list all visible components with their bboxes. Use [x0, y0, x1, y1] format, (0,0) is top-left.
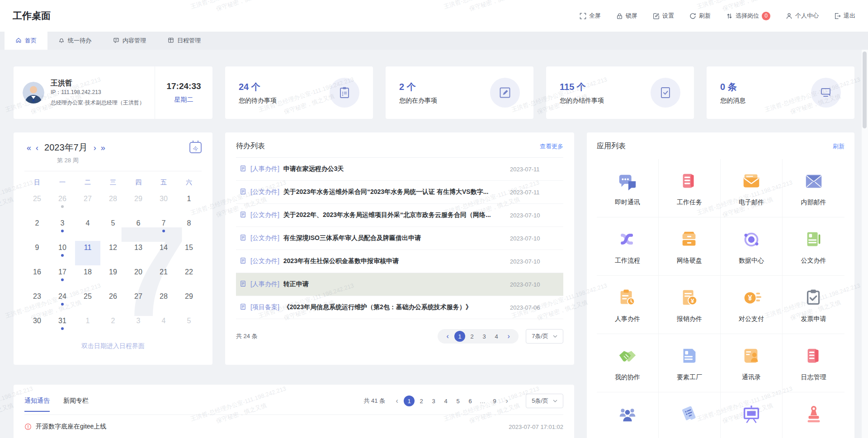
app-payment[interactable]: ¥对公支付: [721, 276, 783, 334]
calendar-day[interactable]: 25: [75, 290, 100, 314]
calendar-day[interactable]: 20: [126, 265, 151, 290]
calendar-day[interactable]: 19: [100, 265, 126, 290]
today-button[interactable]: 今: [189, 142, 202, 153]
app-netdisk[interactable]: 网络硬盘: [659, 217, 721, 276]
prev-month-button[interactable]: ‹: [33, 144, 41, 152]
todo-item[interactable]: [公文办件]关于2022年、2023年水务局运维项目外采“北京市政务云服务合同（…: [236, 204, 563, 227]
app-stamp[interactable]: [783, 392, 844, 438]
next-page-button[interactable]: ›: [503, 331, 514, 342]
calendar-day[interactable]: 26: [100, 290, 126, 314]
app-official-doc[interactable]: 公文办件: [783, 217, 844, 276]
refresh-button[interactable]: 刷新: [689, 12, 711, 20]
prev-page-button[interactable]: ‹: [392, 396, 402, 406]
calendar-day[interactable]: 3: [50, 217, 75, 241]
calendar-day[interactable]: 15: [176, 241, 202, 265]
tab-notifications[interactable]: 通知通告: [24, 397, 50, 405]
app-invoice[interactable]: 发票申请: [783, 276, 844, 334]
app-im[interactable]: 即时通讯: [597, 159, 659, 217]
app-doc-list[interactable]: [659, 392, 721, 438]
calendar-day[interactable]: 27: [126, 290, 151, 314]
fullscreen-button[interactable]: 全屏: [580, 12, 601, 20]
tab-home[interactable]: 首页: [5, 32, 47, 50]
calendar-day[interactable]: 25: [24, 192, 50, 217]
scrollbar-thumb[interactable]: [863, 52, 867, 128]
calendar-day[interactable]: 29: [176, 290, 202, 314]
select-post-button[interactable]: 选择岗位0: [726, 12, 770, 20]
calendar-day[interactable]: 26: [50, 192, 75, 217]
calendar-day[interactable]: 4: [151, 314, 176, 339]
calendar-day[interactable]: 28: [100, 192, 126, 217]
page-button-1[interactable]: 1: [404, 396, 415, 406]
calendar-day[interactable]: 5: [100, 217, 126, 241]
apps-refresh-link[interactable]: 刷新: [833, 142, 844, 151]
calendar-day[interactable]: 28: [151, 290, 176, 314]
app-journal[interactable]: 日志管理: [783, 334, 844, 392]
calendar-day[interactable]: 2: [100, 314, 126, 339]
app-people[interactable]: [597, 392, 659, 438]
calendar-day[interactable]: 3: [126, 314, 151, 339]
calendar-day[interactable]: 16: [24, 265, 50, 290]
calendar-day[interactable]: 14: [151, 241, 176, 265]
page-button-6[interactable]: 6: [465, 396, 476, 406]
app-task[interactable]: 工作任务: [659, 159, 721, 217]
notice-item[interactable]: 开源数字底座在gitee上线 2023-07-07 17:01:02: [24, 423, 563, 431]
calendar-day[interactable]: 17: [50, 265, 75, 290]
calendar-day[interactable]: 21: [151, 265, 176, 290]
app-datacenter[interactable]: 数据中心: [721, 217, 783, 276]
calendar-day[interactable]: 8: [176, 217, 202, 241]
calendar-day[interactable]: 31: [50, 314, 75, 339]
next-year-button[interactable]: »: [99, 144, 108, 152]
calendar-day[interactable]: 9: [24, 241, 50, 265]
page-button-3[interactable]: 3: [428, 396, 439, 406]
app-cooperation[interactable]: 我的协作: [597, 334, 659, 392]
calendar-day[interactable]: 18: [75, 265, 100, 290]
tab-news[interactable]: 新闻专栏: [63, 397, 89, 405]
calendar-day[interactable]: 4: [75, 217, 100, 241]
todo-item[interactable]: [人事办件]转正申请2023-07-10: [236, 273, 563, 296]
app-hr[interactable]: 人事办件: [597, 276, 659, 334]
calendar-day[interactable]: 10: [50, 241, 75, 265]
page-button-2[interactable]: 2: [467, 331, 477, 342]
calendar-day[interactable]: 7: [151, 217, 176, 241]
page-button-2[interactable]: 2: [416, 396, 427, 406]
prev-page-button[interactable]: ‹: [442, 331, 453, 342]
app-board[interactable]: [721, 392, 783, 438]
stat-card-inprogress[interactable]: 2 个您的在办事项: [386, 66, 533, 119]
settings-button[interactable]: 设置: [653, 12, 674, 20]
next-month-button[interactable]: ›: [91, 144, 99, 152]
stat-card-pending[interactable]: 24 个您的待办事项: [225, 66, 373, 119]
todo-item[interactable]: [人事办件]申请在家远程办公3天2023-07-11: [236, 158, 563, 181]
calendar-day[interactable]: 13: [126, 241, 151, 265]
calendar-day[interactable]: 29: [126, 192, 151, 217]
app-email[interactable]: 电子邮件: [721, 159, 783, 217]
stat-card-messages[interactable]: 0 条您的消息: [707, 66, 854, 119]
calendar-day[interactable]: 5: [176, 314, 202, 339]
page-button-5[interactable]: 5: [453, 396, 463, 406]
page-button-4[interactable]: 4: [440, 396, 451, 406]
tab-unified-todo[interactable]: 统一待办: [47, 32, 102, 50]
app-internal-mail[interactable]: 内部邮件: [783, 159, 844, 217]
calendar-day[interactable]: 22: [176, 265, 202, 290]
todo-item[interactable]: [公文办件]2023年有生社保公积金基数申报审核申请2023-07-10: [236, 250, 563, 273]
page-button-1[interactable]: 1: [454, 331, 465, 342]
calendar-day[interactable]: 6: [126, 217, 151, 241]
calendar-day[interactable]: 2: [24, 217, 50, 241]
page-button-4[interactable]: 4: [491, 331, 502, 342]
view-more-link[interactable]: 查看更多: [540, 142, 563, 151]
lock-screen-button[interactable]: 锁屏: [616, 12, 637, 20]
stat-card-completed[interactable]: 115 个您的办结件事项: [546, 66, 694, 119]
todo-page-size-select[interactable]: 7条/页: [526, 329, 563, 344]
calendar-day[interactable]: 30: [151, 192, 176, 217]
notice-page-size-select[interactable]: 5条/页: [526, 394, 563, 408]
app-contacts[interactable]: 通讯录: [721, 334, 783, 392]
scrollbar-track[interactable]: [862, 50, 868, 438]
todo-item[interactable]: [公文办件]关于2023年水务运维外采合同“2023年水务局统一认证 有生博大V…: [236, 181, 563, 204]
logout-button[interactable]: 退出: [834, 12, 855, 20]
page-button-9[interactable]: 9: [489, 396, 500, 406]
calendar-day[interactable]: 1: [176, 192, 202, 217]
tab-content-management[interactable]: 内容管理: [102, 32, 157, 50]
prev-year-button[interactable]: «: [24, 144, 33, 152]
calendar-day[interactable]: 27: [75, 192, 100, 217]
calendar-day[interactable]: 1: [75, 314, 100, 339]
app-reimburse[interactable]: ¥报销办件: [659, 276, 721, 334]
